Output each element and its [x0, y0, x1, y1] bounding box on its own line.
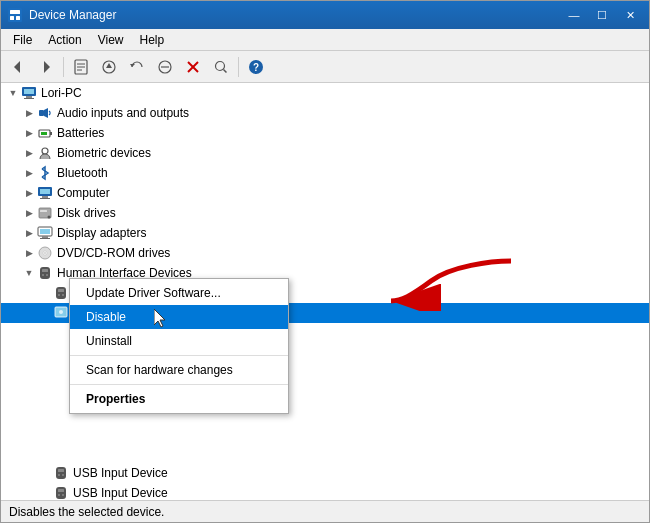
svg-rect-3: [16, 16, 20, 20]
expand-audio[interactable]: ▶: [21, 105, 37, 121]
ctx-properties[interactable]: Properties: [70, 387, 288, 411]
tree-item-usb1-label: USB Input Device: [73, 466, 168, 480]
disk-icon: [37, 205, 53, 221]
computer-item-icon: [37, 185, 53, 201]
bluetooth-icon: [37, 165, 53, 181]
tree-item-diskdrives[interactable]: ▶ Disk drives: [1, 203, 649, 223]
svg-marker-26: [44, 108, 48, 118]
expand-biometric[interactable]: ▶: [21, 145, 37, 161]
maximize-button[interactable]: ☐: [589, 5, 615, 25]
tree-item-display[interactable]: ▶ Display adapters: [1, 223, 649, 243]
svg-point-64: [58, 494, 60, 496]
svg-text:?: ?: [253, 62, 259, 73]
status-text: Disables the selected device.: [9, 505, 164, 519]
back-button[interactable]: [5, 54, 31, 80]
svg-point-65: [62, 494, 64, 496]
tree-item-audio[interactable]: ▶ Audio inputs and outputs: [1, 103, 649, 123]
svg-point-49: [46, 274, 48, 276]
window-controls: — ☐ ✕: [561, 5, 643, 25]
svg-rect-50: [56, 287, 66, 299]
properties-button[interactable]: [68, 54, 94, 80]
audio-icon: [37, 105, 53, 121]
svg-rect-24: [24, 98, 34, 99]
ctx-uninstall[interactable]: Uninstall: [70, 329, 288, 353]
svg-point-55: [59, 310, 63, 314]
tree-item-usb1[interactable]: ▶ USB Input Device: [1, 463, 649, 483]
tree-item-biometric[interactable]: ▶ Biometric devices: [1, 143, 649, 163]
ctx-disable[interactable]: Disable: [70, 305, 288, 329]
expand-root[interactable]: ▼: [5, 85, 21, 101]
menu-view[interactable]: View: [90, 30, 132, 50]
tree-item-computer-label: Computer: [57, 186, 110, 200]
tree-item-batteries[interactable]: ▶ Batteries: [1, 123, 649, 143]
forward-button[interactable]: [33, 54, 59, 80]
rollback-button[interactable]: [124, 54, 150, 80]
svg-rect-40: [40, 229, 50, 234]
svg-rect-1: [10, 10, 20, 14]
device-tree[interactable]: ▼ Lori-PC ▶: [1, 83, 649, 500]
minimize-button[interactable]: —: [561, 5, 587, 25]
status-bar: Disables the selected device.: [1, 500, 649, 522]
svg-marker-4: [14, 61, 20, 73]
scan-button[interactable]: [208, 54, 234, 80]
expand-dvd[interactable]: ▶: [21, 245, 37, 261]
dvd-icon: [37, 245, 53, 261]
svg-rect-28: [50, 132, 52, 135]
svg-rect-62: [56, 487, 66, 499]
svg-rect-29: [41, 132, 47, 135]
close-button[interactable]: ✕: [617, 5, 643, 25]
device-manager-window: Device Manager — ☐ ✕ File Action View He…: [0, 0, 650, 523]
computer-icon: [21, 85, 37, 101]
svg-rect-34: [42, 196, 48, 198]
tree-item-usb2-label: USB Input Device: [73, 486, 168, 500]
svg-line-18: [224, 69, 227, 72]
svg-point-61: [62, 474, 64, 476]
tree-item-bluetooth[interactable]: ▶ Bluetooth: [1, 163, 649, 183]
svg-rect-63: [58, 489, 64, 492]
svg-point-60: [58, 474, 60, 476]
hid-consumer-icon: [53, 285, 69, 301]
context-menu: Update Driver Software... Disable Uninst…: [69, 278, 289, 414]
hid-icon: [37, 265, 53, 281]
expand-display[interactable]: ▶: [21, 225, 37, 241]
tree-item-usb2[interactable]: ▶ USB Input Device: [1, 483, 649, 500]
ctx-update-driver[interactable]: Update Driver Software...: [70, 281, 288, 305]
usb1-icon: [53, 465, 69, 481]
uninstall-button[interactable]: [180, 54, 206, 80]
tree-item-computer[interactable]: ▶ Computer: [1, 183, 649, 203]
expand-hid[interactable]: ▼: [21, 265, 37, 281]
expand-diskdrives[interactable]: ▶: [21, 205, 37, 221]
svg-marker-5: [44, 61, 50, 73]
menu-help[interactable]: Help: [132, 30, 173, 50]
svg-rect-2: [10, 16, 14, 20]
window-title: Device Manager: [29, 8, 561, 22]
tree-item-dvd[interactable]: ▶ DVD/CD-ROM drives: [1, 243, 649, 263]
tree-root-label: Lori-PC: [41, 86, 82, 100]
help-button[interactable]: ?: [243, 54, 269, 80]
expand-computer[interactable]: ▶: [21, 185, 37, 201]
tree-item-display-label: Display adapters: [57, 226, 146, 240]
expand-bluetooth[interactable]: ▶: [21, 165, 37, 181]
menu-bar: File Action View Help: [1, 29, 649, 51]
svg-point-30: [42, 148, 48, 154]
biometric-icon: [37, 145, 53, 161]
tree-root[interactable]: ▼ Lori-PC: [1, 83, 649, 103]
svg-rect-47: [42, 269, 48, 272]
disable-button[interactable]: [152, 54, 178, 80]
ctx-scan[interactable]: Scan for hardware changes: [70, 358, 288, 382]
display-icon: [37, 225, 53, 241]
svg-rect-41: [42, 236, 48, 238]
svg-rect-42: [40, 238, 50, 239]
content-area: ▼ Lori-PC ▶: [1, 83, 649, 500]
tree-item-audio-label: Audio inputs and outputs: [57, 106, 189, 120]
svg-point-52: [58, 294, 60, 296]
update-driver-button[interactable]: [96, 54, 122, 80]
svg-marker-11: [106, 63, 112, 68]
tree-item-diskdrives-label: Disk drives: [57, 206, 116, 220]
menu-file[interactable]: File: [5, 30, 40, 50]
svg-point-37: [48, 216, 51, 219]
expand-batteries[interactable]: ▶: [21, 125, 37, 141]
svg-rect-58: [56, 467, 66, 479]
toolbar: ?: [1, 51, 649, 83]
menu-action[interactable]: Action: [40, 30, 89, 50]
